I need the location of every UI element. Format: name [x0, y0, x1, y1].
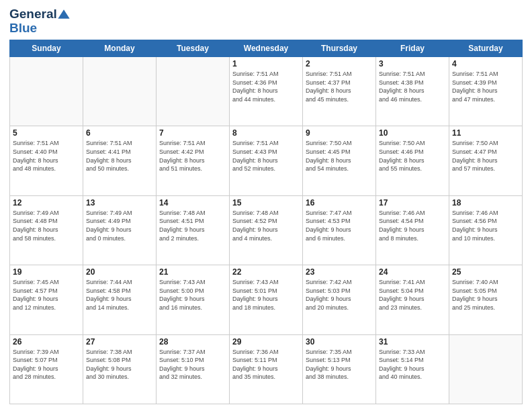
day-cell: 15Sunrise: 7:48 AM Sunset: 4:52 PM Dayli…: [230, 195, 303, 265]
day-number: 21: [159, 267, 226, 277]
day-info: Sunrise: 7:40 AM Sunset: 5:05 PM Dayligh…: [452, 278, 519, 312]
day-number: 29: [232, 337, 300, 347]
day-number: 6: [86, 128, 153, 138]
calendar-page: General Blue SundayMondayTuesdayWednesda…: [0, 0, 532, 411]
day-cell: 17Sunrise: 7:46 AM Sunset: 4:54 PM Dayli…: [376, 195, 449, 265]
day-cell: 10Sunrise: 7:50 AM Sunset: 4:46 PM Dayli…: [376, 126, 449, 195]
day-number: 24: [379, 267, 446, 277]
day-info: Sunrise: 7:41 AM Sunset: 5:04 PM Dayligh…: [379, 278, 446, 312]
day-info: Sunrise: 7:51 AM Sunset: 4:43 PM Dayligh…: [232, 139, 300, 173]
day-info: Sunrise: 7:39 AM Sunset: 5:07 PM Dayligh…: [13, 348, 80, 381]
weekday-header-saturday: Saturday: [449, 40, 523, 57]
day-number: 14: [159, 198, 226, 208]
day-number: 3: [379, 59, 446, 68]
week-row-4: 19Sunrise: 7:45 AM Sunset: 4:57 PM Dayli…: [10, 265, 523, 334]
day-info: Sunrise: 7:45 AM Sunset: 4:57 PM Dayligh…: [13, 278, 80, 312]
day-number: 31: [379, 337, 446, 347]
day-cell: 14Sunrise: 7:48 AM Sunset: 4:51 PM Dayli…: [157, 195, 230, 265]
day-info: Sunrise: 7:43 AM Sunset: 5:00 PM Dayligh…: [159, 278, 226, 312]
week-row-1: 1Sunrise: 7:51 AM Sunset: 4:36 PM Daylig…: [10, 57, 523, 126]
svg-marker-0: [58, 9, 69, 18]
day-number: 7: [159, 128, 226, 138]
day-cell: 4Sunrise: 7:51 AM Sunset: 4:39 PM Daylig…: [449, 57, 523, 126]
day-cell: 23Sunrise: 7:42 AM Sunset: 5:03 PM Dayli…: [303, 265, 376, 334]
day-info: Sunrise: 7:51 AM Sunset: 4:36 PM Dayligh…: [232, 70, 300, 103]
weekday-header-row: SundayMondayTuesdayWednesdayThursdayFrid…: [10, 40, 523, 57]
day-info: Sunrise: 7:46 AM Sunset: 4:56 PM Dayligh…: [452, 209, 519, 242]
weekday-header-wednesday: Wednesday: [230, 40, 303, 57]
day-number: 17: [379, 198, 446, 208]
day-cell: 20Sunrise: 7:44 AM Sunset: 4:58 PM Dayli…: [83, 265, 157, 334]
day-cell: 31Sunrise: 7:33 AM Sunset: 5:14 PM Dayli…: [376, 334, 449, 404]
day-number: 4: [452, 59, 519, 68]
day-info: Sunrise: 7:33 AM Sunset: 5:14 PM Dayligh…: [379, 348, 446, 381]
day-number: 2: [306, 59, 373, 68]
week-row-5: 26Sunrise: 7:39 AM Sunset: 5:07 PM Dayli…: [10, 334, 523, 404]
calendar-table: SundayMondayTuesdayWednesdayThursdayFrid…: [9, 40, 523, 404]
day-number: 25: [452, 267, 519, 277]
day-info: Sunrise: 7:51 AM Sunset: 4:40 PM Dayligh…: [13, 139, 80, 173]
weekday-header-friday: Friday: [376, 40, 449, 57]
day-cell: 11Sunrise: 7:50 AM Sunset: 4:47 PM Dayli…: [449, 126, 523, 195]
day-cell: 30Sunrise: 7:35 AM Sunset: 5:13 PM Dayli…: [303, 334, 376, 404]
day-cell: 19Sunrise: 7:45 AM Sunset: 4:57 PM Dayli…: [10, 265, 83, 334]
day-cell: 8Sunrise: 7:51 AM Sunset: 4:43 PM Daylig…: [230, 126, 303, 195]
day-info: Sunrise: 7:50 AM Sunset: 4:46 PM Dayligh…: [379, 139, 446, 173]
weekday-header-monday: Monday: [83, 40, 157, 57]
day-info: Sunrise: 7:51 AM Sunset: 4:38 PM Dayligh…: [379, 70, 446, 103]
day-cell: 16Sunrise: 7:47 AM Sunset: 4:53 PM Dayli…: [303, 195, 376, 265]
day-number: 5: [13, 128, 80, 138]
day-info: Sunrise: 7:35 AM Sunset: 5:13 PM Dayligh…: [306, 348, 373, 381]
day-info: Sunrise: 7:37 AM Sunset: 5:10 PM Dayligh…: [159, 348, 226, 381]
day-cell: 18Sunrise: 7:46 AM Sunset: 4:56 PM Dayli…: [449, 195, 523, 265]
day-number: 22: [232, 267, 300, 277]
day-cell: 7Sunrise: 7:51 AM Sunset: 4:42 PM Daylig…: [157, 126, 230, 195]
day-number: 26: [13, 337, 80, 347]
day-number: 11: [452, 128, 519, 138]
day-cell: 3Sunrise: 7:51 AM Sunset: 4:38 PM Daylig…: [376, 57, 449, 126]
day-number: 10: [379, 128, 446, 138]
day-number: 16: [306, 198, 373, 208]
week-row-2: 5Sunrise: 7:51 AM Sunset: 4:40 PM Daylig…: [10, 126, 523, 195]
day-info: Sunrise: 7:42 AM Sunset: 5:03 PM Dayligh…: [306, 278, 373, 312]
day-number: 15: [232, 198, 300, 208]
day-cell: 2Sunrise: 7:51 AM Sunset: 4:37 PM Daylig…: [303, 57, 376, 126]
day-cell: [449, 334, 523, 404]
day-info: Sunrise: 7:49 AM Sunset: 4:49 PM Dayligh…: [86, 209, 153, 242]
week-row-3: 12Sunrise: 7:49 AM Sunset: 4:48 PM Dayli…: [10, 195, 523, 265]
day-cell: 25Sunrise: 7:40 AM Sunset: 5:05 PM Dayli…: [449, 265, 523, 334]
day-info: Sunrise: 7:49 AM Sunset: 4:48 PM Dayligh…: [13, 209, 80, 242]
weekday-header-sunday: Sunday: [10, 40, 83, 57]
logo-blue-label: Blue: [9, 21, 37, 34]
day-cell: 29Sunrise: 7:36 AM Sunset: 5:11 PM Dayli…: [230, 334, 303, 404]
day-cell: 1Sunrise: 7:51 AM Sunset: 4:36 PM Daylig…: [230, 57, 303, 126]
day-info: Sunrise: 7:48 AM Sunset: 4:51 PM Dayligh…: [159, 209, 226, 242]
day-info: Sunrise: 7:51 AM Sunset: 4:39 PM Dayligh…: [452, 70, 519, 103]
day-info: Sunrise: 7:47 AM Sunset: 4:53 PM Dayligh…: [306, 209, 373, 242]
day-cell: 9Sunrise: 7:50 AM Sunset: 4:45 PM Daylig…: [303, 126, 376, 195]
day-info: Sunrise: 7:51 AM Sunset: 4:41 PM Dayligh…: [86, 139, 153, 173]
day-number: 8: [232, 128, 300, 138]
day-number: 27: [86, 337, 153, 347]
day-number: 20: [86, 267, 153, 277]
day-cell: 26Sunrise: 7:39 AM Sunset: 5:07 PM Dayli…: [10, 334, 83, 404]
day-cell: 28Sunrise: 7:37 AM Sunset: 5:10 PM Dayli…: [157, 334, 230, 404]
day-number: 23: [306, 267, 373, 277]
day-cell: 22Sunrise: 7:43 AM Sunset: 5:01 PM Dayli…: [230, 265, 303, 334]
day-info: Sunrise: 7:50 AM Sunset: 4:45 PM Dayligh…: [306, 139, 373, 173]
day-cell: 13Sunrise: 7:49 AM Sunset: 4:49 PM Dayli…: [83, 195, 157, 265]
header: General Blue: [9, 7, 523, 34]
day-cell: [83, 57, 157, 126]
day-cell: 24Sunrise: 7:41 AM Sunset: 5:04 PM Dayli…: [376, 265, 449, 334]
weekday-header-thursday: Thursday: [303, 40, 376, 57]
day-info: Sunrise: 7:51 AM Sunset: 4:42 PM Dayligh…: [159, 139, 226, 173]
day-info: Sunrise: 7:46 AM Sunset: 4:54 PM Dayligh…: [379, 209, 446, 242]
logo-general-label: General: [9, 7, 57, 21]
day-cell: 21Sunrise: 7:43 AM Sunset: 5:00 PM Dayli…: [157, 265, 230, 334]
day-info: Sunrise: 7:50 AM Sunset: 4:47 PM Dayligh…: [452, 139, 519, 173]
day-info: Sunrise: 7:43 AM Sunset: 5:01 PM Dayligh…: [232, 278, 300, 312]
day-cell: 12Sunrise: 7:49 AM Sunset: 4:48 PM Dayli…: [10, 195, 83, 265]
day-number: 30: [306, 337, 373, 347]
day-info: Sunrise: 7:36 AM Sunset: 5:11 PM Dayligh…: [232, 348, 300, 381]
logo: General Blue: [9, 7, 71, 34]
